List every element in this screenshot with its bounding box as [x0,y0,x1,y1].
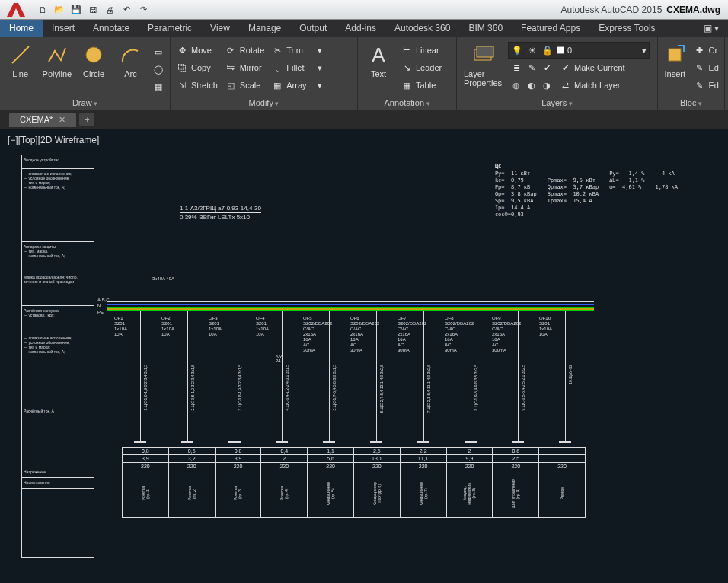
modify-scale-button[interactable]: ◱Scale [222,77,267,94]
legend-cell: Аппараты защиты: — тип, марка, — номинал… [22,242,94,272]
block-create-button[interactable]: ✚Cr [691,42,721,59]
ribbon-tabs: HomeInsertAnnotateParametricViewManageOu… [0,20,728,37]
panel-modify: ✥Move ⿻Copy ⇲Stretch ⟳Rotate ⮀Mirror ◱Sc… [171,37,358,110]
table-cell: 1,1 [308,448,354,455]
panel-annotation-title[interactable]: Annotation [361,97,453,110]
incoming-cable-spec: 0,39%-ВВГнг-LSLTx 5x10 [180,214,250,221]
lock-icon: 🔓 [541,44,554,56]
incoming-cable-label: 1.1-А3/2ГРЩ-а7-0,93-14,4-30 [180,205,261,213]
ribbon-min-button[interactable]: ▣ ▾ [694,20,728,37]
table-cell: Резерв [539,470,586,518]
draw-extra3-button[interactable]: ▦ [150,78,167,95]
draw-circle-button[interactable]: Circle [77,39,111,78]
window-title: Autodesk AutoCAD 2015 CXEMA.dwg [561,5,720,15]
modify-stretch-button[interactable]: ⇲Stretch [174,77,220,94]
draw-line-button[interactable]: Line [3,39,37,78]
line-icon [8,42,34,68]
layer-combo[interactable]: 💡 ☀ 🔓 0▾ [508,42,650,59]
tab-featured-apps[interactable]: Featured Apps [512,20,589,37]
breaker-rating: 3x40A 40A [152,276,174,282]
qat-plot-icon[interactable]: 🖨 [102,2,117,18]
modify-trim-button[interactable]: ✂Trim [269,42,308,59]
tab-home[interactable]: Home [0,20,43,37]
modify-move-button[interactable]: ✥Move [174,42,220,59]
document-tabs: CXEMA* ✕ + [0,110,728,129]
leader-button[interactable]: ↘Leader [398,59,444,76]
tab-parametric[interactable]: Parametric [139,20,201,37]
qat-save-icon[interactable]: 💾 [69,2,84,18]
block-edit2-button[interactable]: ✎Ed [691,77,721,94]
panel-block-title[interactable]: Bloc [661,97,721,110]
app-logo[interactable] [0,0,32,20]
text-button[interactable]: A Text [361,39,396,78]
legend-cell: Марка провода/кабеля; число, сечение и с… [22,272,94,306]
table-cell: 0,4 [261,448,308,455]
modify-array-button[interactable]: ▦Array [269,77,308,94]
make-current-button[interactable]: ✔Make Current [557,59,627,76]
modify-rotate-button[interactable]: ⟳Rotate [222,42,267,59]
qat-undo-icon[interactable]: ↶ [119,2,134,18]
linear-icon: ⊢ [401,44,413,56]
tab-insert[interactable]: Insert [43,20,84,37]
tab-view[interactable]: View [201,20,239,37]
add-tab-button[interactable]: + [79,113,94,126]
layer-icons-group[interactable]: ≣✎✔ [508,59,555,76]
array-icon: ▦ [271,79,283,91]
tab-autodesk-360[interactable]: Autodesk 360 [385,20,459,37]
incoming-line [168,155,168,307]
qat-new-icon[interactable]: 🗋 [35,2,50,18]
drawing-canvas[interactable]: [−][Top][2D Wireframe] Вводное устройств… [0,129,728,583]
close-icon[interactable]: ✕ [59,115,65,125]
tab-output[interactable]: Output [290,20,336,37]
busbar: A,B,C N PE [107,302,594,311]
modify-copy-button[interactable]: ⿻Copy [174,59,220,76]
block-edit-button[interactable]: ✎Ed [691,59,721,76]
table-button[interactable]: ▦Table [398,77,444,94]
qat-open-icon[interactable]: 📂 [52,2,67,18]
rect-icon: ▭ [152,46,164,58]
draw-extra1-button[interactable]: ▭ [150,43,167,60]
panel-block: Insert ✚Cr ✎Ed ✎Ed Bloc [658,37,725,110]
modify-ex2-button[interactable]: ▾ [311,59,328,76]
table-cell: 0,6 [169,448,216,455]
linear-dim-button[interactable]: ⊢Linear [398,42,444,59]
trim-icon: ✂ [271,44,283,56]
electrical-schematic: 1.1-А3/2ГРЩ-а7-0,93-14,4-30 0,39%-ВВГнг-… [107,155,708,565]
table-cell: Розетка (гр. 3) [216,470,262,518]
tab-express-tools[interactable]: Express Tools [589,20,664,37]
modify-ex1-button[interactable]: ▾ [311,42,328,59]
modify-fillet-button[interactable]: ◟Fillet [269,59,308,76]
draw-polyline-button[interactable]: Polyline [40,39,74,78]
fillet-icon: ◟ [271,62,283,74]
tab-bim-360[interactable]: BIM 360 [459,20,512,37]
tab-add-ins[interactable]: Add-ins [336,20,385,37]
table-cell: Кондиционер (гр. 7) [401,470,447,518]
panel-modify-title[interactable]: Modify [174,97,354,110]
make-current-icon: ✔ [559,62,571,74]
polyline-icon [44,42,70,68]
table-cell [539,455,586,463]
panel-draw-title[interactable]: Draw [3,97,167,110]
table-cell: 3,9 [123,455,169,463]
modify-ex3-button[interactable]: ▾ [311,77,328,94]
doc-tab-cxema[interactable]: CXEMA* ✕ [9,113,76,127]
qat-saveas-icon[interactable]: 🖫 [85,2,101,18]
table-cell: 9,9 [447,455,493,463]
qat-redo-icon[interactable]: ↷ [136,2,151,18]
modify-mirror-button[interactable]: ⮀Mirror [222,59,267,76]
tab-annotate[interactable]: Annotate [84,20,139,37]
load-table: 0,80,60,80,41,12,62,220,63,93,23,925,613… [122,447,586,518]
draw-extra2-button[interactable]: ◯ [150,61,167,78]
panel-annotation: A Text ⊢Linear ↘Leader ▦Table Annotation [358,37,457,110]
title-bar: 🗋 📂 💾 🖫 🖨 ↶ ↷ Autodesk AutoCAD 2015 CXEM… [0,0,728,20]
legend-cell: Расчётный ток, А [22,406,94,467]
draw-arc-button[interactable]: Arc [113,39,148,78]
layer-icons-group2[interactable]: ◍◐◑ [508,77,555,94]
legend-cell: Наименование [22,478,94,489]
svg-point-1 [86,47,101,62]
tab-manage[interactable]: Manage [239,20,290,37]
panel-layers-title[interactable]: Layers [460,97,654,110]
layer-properties-button[interactable]: Layer Properties [460,39,506,88]
insert-button[interactable]: Insert [661,39,689,78]
match-layer-button[interactable]: ⇄Match Layer [557,77,623,94]
